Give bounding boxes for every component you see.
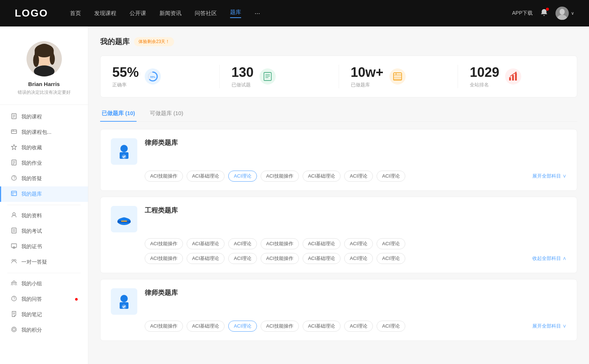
bank-card-3-tag-1[interactable]: ACI基础理论	[187, 321, 225, 332]
my-points-label: 我的积分	[21, 327, 42, 333]
bank-card-1-tag-1[interactable]: ACI基础理论	[187, 171, 225, 182]
bank-card-1-title: 律师类题库	[145, 138, 178, 147]
nav-item-question-bank[interactable]: 题库	[230, 9, 241, 18]
nav-item-open-course[interactable]: 公开课	[130, 10, 146, 17]
bank-card-1: 律师类题库 ACI技能操作 ACI基础理论 ACI理论 ACI技能操作 ACI基…	[100, 129, 577, 191]
bank-card-2-tag2-1[interactable]: ACI基础理论	[187, 253, 225, 264]
my-certificate-label: 我的证书	[21, 243, 42, 250]
bank-card-3-tag-4[interactable]: ACI基础理论	[303, 321, 341, 332]
sidebar-item-my-homework[interactable]: 我的作业	[0, 156, 88, 171]
page-title-row: 我的题库 体验剩余23天！	[100, 37, 577, 47]
nav-item-discover[interactable]: 发现课程	[94, 10, 116, 17]
question-bank-icon	[10, 190, 18, 198]
svg-point-63	[120, 145, 128, 152]
bank-card-2-tag2-3[interactable]: ACI技能操作	[261, 253, 299, 264]
svg-rect-59	[509, 77, 511, 81]
sidebar-item-my-group[interactable]: 我的小组	[0, 276, 88, 292]
trial-badge: 体验剩余23天！	[134, 37, 174, 46]
svg-point-62	[515, 72, 517, 73]
bank-card-2-tag-3[interactable]: ACI技能操作	[261, 238, 299, 249]
sidebar-item-my-notes[interactable]: 我的笔记	[0, 307, 88, 322]
stat-done-banks-label: 已做题库	[351, 82, 384, 88]
bank-card-3-tag-0[interactable]: ACI技能操作	[145, 321, 183, 332]
profile-avatar[interactable]	[27, 41, 62, 76]
bank-card-3-tag-2[interactable]: ACI理论	[228, 321, 257, 332]
bank-card-3-expand-btn[interactable]: 展开全部科目 ∨	[532, 323, 567, 329]
bank-card-3-title: 律师类题库	[145, 288, 178, 297]
bank-card-1-title-text: 律师类题库	[145, 138, 178, 147]
svg-point-38	[13, 281, 15, 283]
bank-card-1-expand-btn[interactable]: 展开全部科目 ∨	[532, 173, 567, 179]
answers-notification-dot	[75, 298, 78, 301]
bank-card-3-tag-3[interactable]: ACI技能操作	[261, 321, 299, 332]
sidebar-item-my-question-bank[interactable]: 我的题库	[0, 186, 88, 202]
stat-done-questions: 130 已做试题	[220, 65, 339, 88]
bank-card-1-tag-5[interactable]: ACI理论	[344, 171, 373, 182]
svg-rect-61	[515, 73, 517, 81]
sidebar-item-my-questions[interactable]: ? 我的答疑	[0, 171, 88, 186]
bank-card-2-tag-4[interactable]: ACI基础理论	[303, 238, 341, 249]
user-avatar-wrapper[interactable]: ∨	[556, 7, 574, 20]
nav-item-home[interactable]: 首页	[70, 10, 81, 17]
stat-accuracy-icon: 55%	[145, 68, 161, 85]
bank-card-1-tag-6[interactable]: ACI理论	[377, 171, 405, 182]
bank-card-1-tag-3[interactable]: ACI技能操作	[261, 171, 299, 182]
bank-card-2-tag2-2[interactable]: ACI理论	[228, 253, 257, 264]
stat-accuracy-number: 55%	[112, 65, 139, 80]
svg-marker-18	[11, 144, 17, 150]
main-content: 我的题库 体验剩余23天！ 55% 正确率 55%	[88, 26, 589, 364]
sidebar-item-my-course[interactable]: 我的课程	[0, 109, 88, 125]
bank-card-3-tag-5[interactable]: ACI理论	[344, 321, 373, 332]
bank-card-2-tag-2[interactable]: ACI理论	[228, 238, 257, 249]
notification-bell[interactable]	[540, 8, 548, 18]
bank-card-2-tag2-4[interactable]: ACI基础理论	[303, 253, 341, 264]
sidebar-item-my-favorites[interactable]: 我的收藏	[0, 140, 88, 156]
nav-item-news[interactable]: 新闻资讯	[159, 10, 181, 17]
svg-point-36	[12, 260, 14, 261]
bank-card-1-tag-2[interactable]: ACI理论	[228, 171, 257, 182]
bank-card-2-tag-6[interactable]: ACI理论	[377, 238, 405, 249]
nav-item-qa[interactable]: 问答社区	[195, 10, 217, 17]
bank-card-1-tag-0[interactable]: ACI技能操作	[145, 171, 183, 182]
bank-card-2-tag-5[interactable]: ACI理论	[344, 238, 373, 249]
app-download-button[interactable]: APP下载	[512, 10, 533, 17]
user-menu-chevron: ∨	[571, 11, 574, 16]
sidebar-item-my-points[interactable]: 我的积分	[0, 322, 88, 338]
my-notes-label: 我的笔记	[21, 311, 42, 318]
svg-rect-15	[11, 130, 17, 133]
sidebar-item-one-on-one[interactable]: 一对一答疑	[0, 254, 88, 270]
sidebar: Brian Harris 错误的决定比没有决定要好 我的课程 我的课程包...	[0, 26, 88, 364]
sidebar-item-my-certificate[interactable]: 我的证书	[0, 239, 88, 254]
stat-done-banks-text: 10w+ 已做题库	[351, 65, 384, 88]
svg-point-45	[12, 327, 17, 332]
bank-card-2-tag-0[interactable]: ACI技能操作	[145, 238, 183, 249]
nav-item-more[interactable]: ···	[254, 10, 260, 17]
tab-done-banks[interactable]: 已做题库 (10)	[100, 106, 137, 121]
svg-rect-68	[121, 221, 127, 222]
stat-done-questions-icon	[260, 68, 276, 85]
sidebar-item-my-profile[interactable]: 我的资料	[0, 208, 88, 224]
logo[interactable]: LOGO	[15, 7, 48, 19]
sidebar-item-my-course-package[interactable]: 我的课程包...	[0, 125, 88, 140]
profile-name: Brian Harris	[28, 81, 60, 87]
bank-card-2-collapse-btn[interactable]: 收起全部科目 ∧	[532, 255, 567, 262]
bank-card-1-tag-4[interactable]: ACI基础理论	[303, 171, 341, 182]
answers-icon: ?	[10, 296, 18, 303]
sidebar-menu: 我的课程 我的课程包... 我的收藏 我的作业	[0, 105, 88, 342]
sidebar-item-my-answers[interactable]: ? 我的问答	[0, 292, 88, 307]
sidebar-item-my-exam[interactable]: 我的考试	[0, 224, 88, 239]
my-homework-label: 我的作业	[21, 160, 42, 167]
bank-card-2-tag-1[interactable]: ACI基础理论	[187, 238, 225, 249]
my-course-icon	[10, 113, 18, 121]
bank-card-2-tag2-0[interactable]: ACI技能操作	[145, 253, 183, 264]
tab-available-banks[interactable]: 可做题库 (10)	[148, 106, 185, 121]
exam-icon	[10, 228, 18, 235]
bank-card-2-tags-row2: ACI技能操作 ACI基础理论 ACI理论 ACI技能操作 ACI基础理论 AC…	[111, 253, 567, 264]
stats-bar: 55% 正确率 55% 130 已做试题	[100, 56, 577, 97]
bank-card-2-tag2-6[interactable]: ACI理论	[377, 253, 405, 264]
bank-card-3-tag-6[interactable]: ACI理论	[377, 321, 405, 332]
stat-done-questions-label: 已做试题	[232, 82, 254, 88]
bank-card-2-tag2-5[interactable]: ACI理论	[344, 253, 373, 264]
svg-point-40	[15, 282, 17, 283]
my-course-label: 我的课程	[21, 114, 42, 120]
